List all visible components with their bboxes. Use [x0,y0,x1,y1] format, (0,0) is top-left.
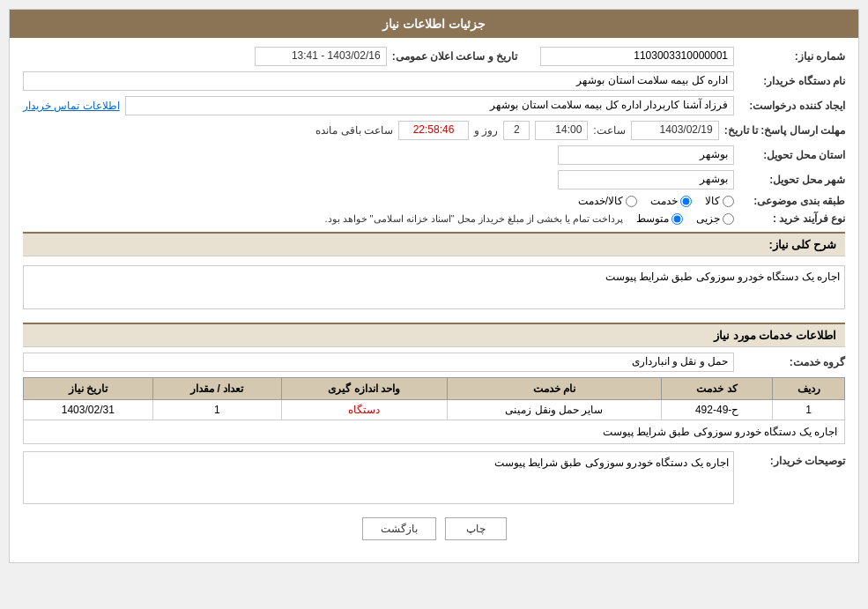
shomare-niaz-label: شماره نیاز: [739,50,845,63]
ijad-konande-row: ایجاد کننده درخواست: فرزاد آشنا کاربردار… [23,96,845,115]
shahr-row: شهر محل تحویل: بوشهر [23,170,845,189]
radio-motevaset-input[interactable] [671,213,683,225]
countdown-value: 22:58:46 [398,121,469,140]
tosif-textarea[interactable] [23,451,734,504]
ostan-row: استان محل تحویل: بوشهر [23,145,845,165]
saat-value: 14:00 [535,121,588,140]
radio-motevaset: متوسط [636,212,683,225]
cell-count: 1 [152,400,281,420]
col-unit: واحد اندازه گیری [282,378,448,400]
farayand-row: نوع فرآیند خرید : جزیی متوسط پرداخت تمام… [23,212,845,225]
roz-label: روز و [474,124,498,137]
contact-link[interactable]: اطلاعات تماس خریدار [23,100,120,112]
cell-name: سایر حمل ونقل زمینی [447,400,661,420]
nam-dastgah-row: نام دستگاه خریدار: اداره کل بیمه سلامت ا… [23,71,845,91]
page-header: جزئیات اطلاعات نیاز [10,10,858,38]
main-container: جزئیات اطلاعات نیاز شماره نیاز: 11030033… [9,9,859,563]
sharh-textarea[interactable] [23,265,845,309]
radio-jozii-label: جزیی [696,212,720,225]
group-row: گروه خدمت: حمل و نقل و انبارداری [23,353,845,372]
mohlat-label: مهلت ارسال پاسخ: تا تاریخ: [724,124,845,137]
radio-kala-khadamat-label: کالا/خدمت [578,195,623,207]
services-table: ردیف کد خدمت نام خدمت واحد اندازه گیری ت… [23,377,845,444]
page-title: جزئیات اطلاعات نیاز [382,17,486,31]
radio-jozii-input[interactable] [723,213,734,225]
tosif-label: توصیحات خریدار: [739,451,845,467]
radio-jozii: جزیی [696,212,734,225]
mohlat-row: مهلت ارسال پاسخ: تا تاریخ: 1403/02/19 سا… [23,121,845,140]
cell-code: ح-49-492 [662,400,773,420]
radio-motevaset-label: متوسط [636,212,669,225]
saat-label: ساعت: [593,124,625,137]
cell-date: 1403/02/31 [24,400,153,420]
tabaqe-label: طبقه بندی موضوعی: [739,195,845,207]
radio-kala-khadamat: کالا/خدمت [578,195,637,207]
baghimande-label: ساعت باقی مانده [315,124,393,137]
datetime-section: 1403/02/19 ساعت: 14:00 2 روز و 22:58:46 … [315,121,718,140]
elan-label: تاریخ و ساعت اعلان عمومی: [392,50,517,63]
roz-value: 2 [503,121,530,140]
col-name: نام خدمت [447,378,661,400]
shomare-niaz-row: شماره نیاز: 1103003310000001 تاریخ و ساع… [23,47,845,66]
page-wrapper: جزئیات اطلاعات نیاز شماره نیاز: 11030033… [0,0,868,609]
radio-kala-khadamat-input[interactable] [626,196,637,207]
khadamat-section-title: اطلاعات خدمات مورد نیاز [23,323,845,347]
elan-value: 1403/02/16 - 13:41 [255,47,387,66]
group-value: حمل و نقل و انبارداری [23,353,734,372]
shahr-value: بوشهر [558,170,734,189]
col-date: تاریخ نیاز [24,378,153,400]
radio-kala-label: کالا [705,195,720,207]
ijad-konande-label: ایجاد کننده درخواست: [739,100,845,112]
shomare-niaz-value: 1103003310000001 [540,47,734,66]
payment-note: پرداخت تمام یا بخشی از مبلغ خریداز محل "… [324,213,623,225]
print-button[interactable]: چاپ [445,517,507,540]
nam-dastgah-value: اداره کل بیمه سلامت استان بوشهر [23,71,734,91]
tabaqe-row: طبقه بندی موضوعی: کالا خدمت کالا/خدمت [23,195,845,207]
ostan-value: بوشهر [558,145,734,165]
back-button[interactable]: بازگشت [362,517,436,540]
cell-unit: دستگاه [282,400,448,420]
radio-khadamat-input[interactable] [680,196,692,207]
col-radif: ردیف [773,378,845,400]
shahr-label: شهر محل تحویل: [739,174,845,186]
ostan-label: استان محل تحویل: [739,149,845,161]
col-count: تعداد / مقدار [152,378,281,400]
col-code: کد خدمت [662,378,773,400]
mohlat-date: 1403/02/19 [631,121,719,140]
tabaqe-options: کالا خدمت کالا/خدمت [578,195,734,207]
table-row: 1 ح-49-492 سایر حمل ونقل زمینی دستگاه 1 … [24,400,845,420]
radio-kala: کالا [705,195,734,207]
nam-dastgah-label: نام دستگاه خریدار: [739,75,845,87]
radio-khadamat-label: خدمت [650,195,678,207]
cell-radif: 1 [773,400,845,420]
tosif-row: توصیحات خریدار: [23,451,845,504]
group-label: گروه خدمت: [739,356,845,368]
farayand-label: نوع فرآیند خرید : [739,212,845,225]
farayand-options: جزیی متوسط پرداخت تمام یا بخشی از مبلغ خ… [324,212,734,225]
content-area: شماره نیاز: 1103003310000001 تاریخ و ساع… [10,38,858,562]
description-cell: اجاره یک دستگاه خودرو سوزوکی طبق شرایط پ… [24,420,845,444]
bottom-buttons: چاپ بازگشت [23,517,845,540]
sharh-content [23,262,845,316]
ijad-konande-value: فرزاد آشنا کاربردار اداره کل بیمه سلامت … [125,96,734,115]
radio-kala-input[interactable] [723,196,734,207]
sharh-section-title: شرح کلی نیاز: [23,232,845,256]
description-row: اجاره یک دستگاه خودرو سوزوکی طبق شرایط پ… [24,420,845,444]
radio-khadamat: خدمت [650,195,692,207]
